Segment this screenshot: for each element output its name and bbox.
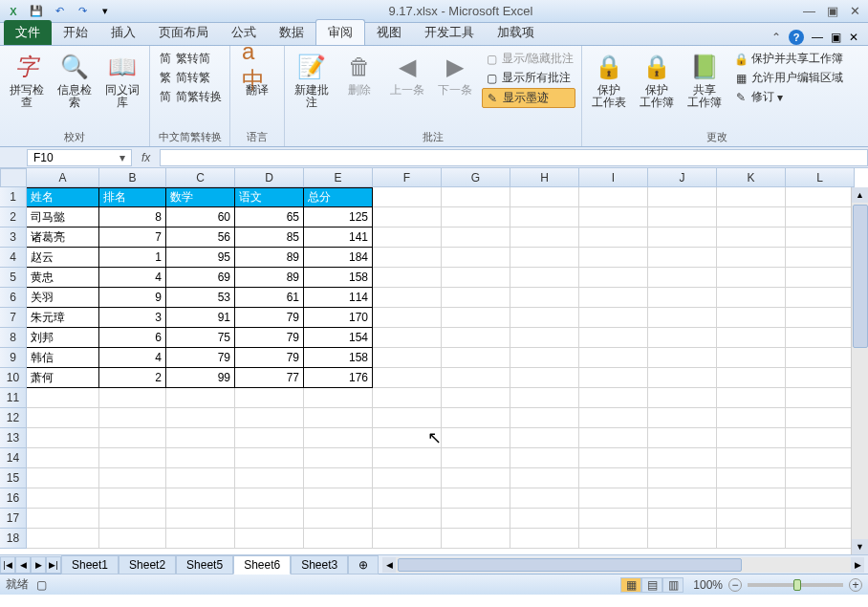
- cell[interactable]: [579, 187, 648, 207]
- cell[interactable]: [648, 308, 717, 328]
- cell[interactable]: [442, 368, 510, 388]
- fx-icon[interactable]: fx: [132, 151, 160, 164]
- name-box[interactable]: F10▾: [27, 149, 132, 166]
- cell[interactable]: [579, 248, 648, 268]
- cell[interactable]: [579, 308, 648, 328]
- minimize-icon[interactable]: —: [803, 4, 815, 18]
- cell[interactable]: [579, 448, 648, 468]
- cell[interactable]: 170: [304, 308, 373, 328]
- cell[interactable]: 176: [304, 368, 373, 388]
- cell[interactable]: [442, 388, 510, 408]
- cell[interactable]: [166, 509, 235, 529]
- cell[interactable]: [442, 468, 510, 488]
- doc-restore-icon[interactable]: ▣: [831, 31, 841, 44]
- cell[interactable]: [579, 408, 648, 428]
- col-header[interactable]: A: [27, 168, 99, 187]
- cell[interactable]: [373, 388, 442, 408]
- cell[interactable]: 9: [99, 288, 166, 308]
- cell[interactable]: [510, 448, 579, 468]
- cell[interactable]: [648, 328, 717, 348]
- cell[interactable]: [166, 428, 235, 448]
- select-all-corner[interactable]: [0, 168, 27, 187]
- col-header[interactable]: F: [373, 168, 442, 187]
- cell[interactable]: 诸葛亮: [27, 228, 99, 248]
- cell[interactable]: [27, 388, 99, 408]
- row-header[interactable]: 10: [0, 368, 27, 388]
- cell[interactable]: [510, 328, 579, 348]
- zoom-in-button[interactable]: +: [849, 578, 862, 592]
- sheet-tab[interactable]: Sheet3: [291, 555, 348, 574]
- cell[interactable]: [717, 268, 786, 288]
- cell[interactable]: [442, 187, 510, 207]
- cell[interactable]: [717, 228, 786, 248]
- trad-to-simp-button[interactable]: 繁简转繁: [156, 69, 224, 87]
- zoom-level[interactable]: 100%: [693, 578, 723, 592]
- cell[interactable]: [648, 408, 717, 428]
- scroll-right-icon[interactable]: ▶: [851, 557, 864, 573]
- row-header[interactable]: 14: [0, 448, 27, 468]
- cell[interactable]: [373, 288, 442, 308]
- cell[interactable]: [373, 308, 442, 328]
- col-header[interactable]: I: [579, 168, 648, 187]
- tab-view[interactable]: 视图: [365, 20, 413, 45]
- row-header[interactable]: 9: [0, 348, 27, 368]
- cell[interactable]: [648, 268, 717, 288]
- cell[interactable]: [510, 428, 579, 448]
- cell[interactable]: [27, 509, 99, 529]
- cell[interactable]: [648, 248, 717, 268]
- row-header[interactable]: 17: [0, 509, 27, 529]
- cell[interactable]: [579, 488, 648, 509]
- page-layout-button[interactable]: ▤: [641, 577, 662, 593]
- cell[interactable]: [786, 187, 855, 207]
- thesaurus-button[interactable]: 📖同义词库: [101, 50, 143, 111]
- row-header[interactable]: 18: [0, 529, 27, 549]
- row-header[interactable]: 1: [0, 187, 27, 207]
- cell[interactable]: 刘邦: [27, 328, 99, 348]
- cell[interactable]: [786, 448, 855, 468]
- page-break-button[interactable]: ▥: [662, 577, 684, 593]
- cell[interactable]: [786, 348, 855, 368]
- cell[interactable]: [442, 328, 510, 348]
- cell[interactable]: 萧何: [27, 368, 99, 388]
- cell[interactable]: [786, 207, 855, 228]
- zoom-out-button[interactable]: −: [728, 578, 742, 592]
- cell[interactable]: 184: [304, 248, 373, 268]
- cell[interactable]: [786, 228, 855, 248]
- cell[interactable]: [99, 468, 166, 488]
- row-header[interactable]: 5: [0, 268, 27, 288]
- cell[interactable]: 79: [235, 328, 304, 348]
- cell[interactable]: 154: [304, 328, 373, 348]
- cell[interactable]: 数学: [166, 187, 235, 207]
- cell[interactable]: 114: [304, 288, 373, 308]
- cell[interactable]: 158: [304, 348, 373, 368]
- cell[interactable]: [786, 428, 855, 448]
- next-sheet-icon[interactable]: ▶: [31, 556, 46, 574]
- cell[interactable]: [442, 207, 510, 228]
- cell[interactable]: 司马懿: [27, 207, 99, 228]
- doc-close-icon[interactable]: ✕: [849, 31, 858, 44]
- col-header[interactable]: B: [99, 168, 166, 187]
- cell[interactable]: 韩信: [27, 348, 99, 368]
- cell[interactable]: 语文: [235, 187, 304, 207]
- cell[interactable]: [717, 187, 786, 207]
- row-header[interactable]: 12: [0, 408, 27, 428]
- cell[interactable]: [510, 308, 579, 328]
- cell[interactable]: 2: [99, 368, 166, 388]
- cell[interactable]: [235, 488, 304, 509]
- cell[interactable]: [99, 448, 166, 468]
- cell[interactable]: [373, 348, 442, 368]
- cell[interactable]: [717, 328, 786, 348]
- protect-sheet-button[interactable]: 🔒保护 工作表: [588, 50, 630, 111]
- cell[interactable]: [373, 248, 442, 268]
- simp-to-trad-button[interactable]: 简繁转简: [156, 50, 224, 68]
- cell[interactable]: 4: [99, 268, 166, 288]
- cell[interactable]: [166, 468, 235, 488]
- cell[interactable]: [304, 408, 373, 428]
- cell[interactable]: [166, 448, 235, 468]
- cell[interactable]: [235, 448, 304, 468]
- cell[interactable]: [442, 509, 510, 529]
- cell[interactable]: [579, 529, 648, 549]
- cell[interactable]: [786, 308, 855, 328]
- cell[interactable]: 89: [235, 248, 304, 268]
- cell[interactable]: [717, 468, 786, 488]
